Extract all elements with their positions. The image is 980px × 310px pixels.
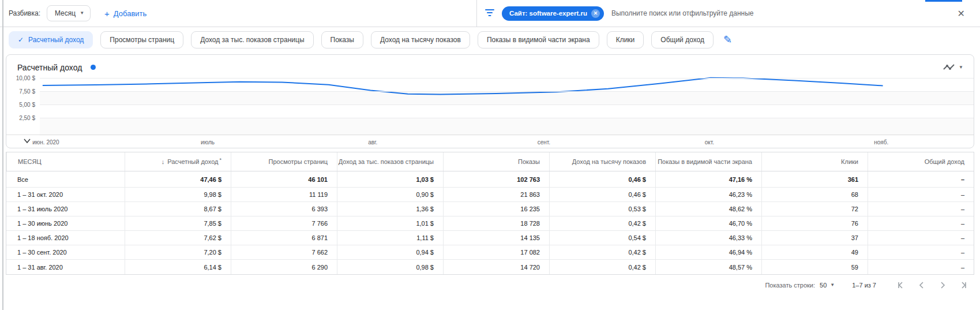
value-cell: 47,46 $ [125, 171, 231, 187]
column-header[interactable]: Доход на тысячу показов [549, 152, 655, 171]
chart-header: Расчетный доход ▼ [6, 55, 974, 72]
close-icon[interactable]: ✕ [958, 8, 965, 19]
metric-chip[interactable]: Общий доход [651, 31, 714, 48]
report-table: МЕСЯЦ↓Расчетный доход*Просмотры страницД… [6, 152, 974, 275]
check-icon: ✓ [18, 36, 24, 44]
column-header[interactable]: ↓Расчетный доход* [125, 152, 231, 171]
value-cell: – [868, 188, 974, 201]
metric-chip-label: Доход на тысячу показов [380, 36, 461, 44]
month-cell: 1 – 30 июнь 2020 [6, 216, 125, 230]
value-cell: 17 082 [443, 245, 549, 259]
y-axis-tick: 5,00 $ [6, 102, 35, 108]
search-input[interactable]: Выполните поиск или отфильтруйте данные [611, 9, 754, 17]
plus-icon: + [104, 9, 110, 18]
month-cell: 1 – 18 нояб. 2020 [6, 231, 125, 245]
table-header-row: МЕСЯЦ↓Расчетный доход*Просмотры страницД… [6, 152, 974, 171]
pagination-controls [897, 281, 967, 289]
table-total-row[interactable]: Все47,46 $46 1011,03 $102 7630,46 $47,16… [6, 171, 974, 188]
x-axis-tick: нояб. [874, 139, 888, 145]
edit-metrics-pencil-icon[interactable]: ✎ [723, 33, 732, 46]
collapse-chart-chevron-icon[interactable] [24, 138, 31, 144]
toolbar: Разбивка: Месяц ▼ + Добавить Сайт: softw… [0, 0, 980, 27]
column-header-label: Расчетный доход [167, 158, 218, 165]
y-axis-tick: 2,50 $ [6, 115, 35, 121]
value-cell: 0,90 $ [337, 188, 443, 201]
value-cell: 9,98 $ [125, 188, 231, 201]
footnote-asterisk: * [219, 157, 221, 163]
value-cell: 7 766 [231, 216, 337, 230]
metric-chip[interactable]: Клики [607, 31, 644, 48]
gridline [40, 78, 974, 79]
column-header[interactable]: Общий доход [868, 152, 974, 171]
add-label: Добавить [114, 9, 147, 18]
metric-chip[interactable]: Просмотры страниц [100, 31, 183, 48]
last-page-icon[interactable] [959, 281, 967, 289]
value-cell: – [868, 260, 974, 274]
first-page-icon[interactable] [897, 281, 905, 289]
metric-chip-label: Показы в видимой части экрана [487, 36, 590, 44]
remove-filter-icon[interactable]: ✕ [591, 9, 600, 18]
metric-chip-label: Клики [616, 36, 635, 44]
table-row[interactable]: 1 – 18 нояб. 20207,62 $6 8711,11 $14 135… [6, 231, 974, 245]
value-cell: 6 393 [231, 202, 337, 216]
value-cell: 11 119 [231, 188, 337, 201]
column-header-label: Просмотры страниц [269, 158, 328, 165]
metric-chip[interactable]: Показы [321, 31, 363, 48]
month-cell: 1 – 31 июль 2020 [6, 202, 125, 216]
x-axis-tick: сент. [538, 139, 550, 145]
value-cell: 37 [761, 231, 868, 245]
filter-bar[interactable]: Сайт: software-expert.ru ✕ Выполните пои… [476, 0, 980, 27]
column-header-label: Показы в видимой части экрана [658, 158, 752, 165]
value-cell: 14 720 [443, 260, 549, 274]
value-cell: 361 [761, 171, 868, 187]
legend-dot [91, 65, 96, 70]
value-cell: 0,54 $ [549, 231, 655, 245]
breakdown-label: Разбивка: [9, 9, 40, 17]
column-header[interactable]: Клики [761, 152, 868, 171]
chevron-down-icon: ▼ [80, 11, 84, 16]
metric-chip-label: Просмотры страниц [110, 36, 174, 44]
value-cell: 0,98 $ [337, 260, 443, 274]
rows-per-page-select[interactable]: Показать строки: 50 ▼ [765, 282, 835, 289]
table-row[interactable]: 1 – 30 сент. 20207,20 $7 6620,94 $17 082… [6, 245, 974, 260]
value-cell: – [868, 231, 974, 245]
value-cell: 6,14 $ [125, 260, 231, 274]
column-header[interactable]: Просмотры страниц [231, 152, 337, 171]
gridline [40, 118, 974, 118]
chevron-down-icon: ▼ [830, 283, 835, 287]
metric-chips-list: ✓Расчетный доходПросмотры страницДоход з… [9, 31, 714, 48]
value-cell: 102 763 [443, 171, 549, 187]
page-left-scroll-edge [2, 0, 3, 310]
metric-chip-label: Расчетный доход [28, 36, 84, 44]
breakdown-select[interactable]: Месяц ▼ [47, 5, 91, 21]
table-row[interactable]: 1 – 31 окт. 20209,98 $11 1190,90 $21 863… [6, 188, 974, 202]
metric-chip[interactable]: Доход на тысячу показов [371, 31, 470, 48]
site-filter-chip[interactable]: Сайт: software-expert.ru ✕ [502, 6, 604, 21]
table-row[interactable]: 1 – 31 июль 20208,67 $6 3931,36 $16 2350… [6, 202, 974, 216]
metric-chip[interactable]: ✓Расчетный доход [9, 31, 93, 48]
value-cell: 7,20 $ [125, 245, 231, 259]
next-page-icon[interactable] [938, 281, 947, 289]
value-cell: 0,42 $ [549, 216, 655, 230]
column-header[interactable]: Показы в видимой части экрана [655, 152, 761, 171]
previous-page-icon[interactable] [918, 281, 926, 289]
filter-icon [485, 9, 495, 17]
value-cell: 46 101 [231, 171, 337, 187]
chart-type-selector[interactable]: ▼ [943, 64, 963, 72]
column-header[interactable]: МЕСЯЦ [6, 152, 125, 171]
value-cell: 72 [761, 202, 868, 216]
x-axis-tick: авг. [368, 139, 377, 145]
metric-chip[interactable]: Показы в видимой части экрана [478, 31, 599, 48]
metric-chip[interactable]: Доход за тыс. показов страницы [191, 31, 313, 48]
table-row[interactable]: 1 – 30 июнь 20207,85 $7 7661,01 $18 7280… [6, 216, 974, 231]
breakdown-value: Месяц [55, 9, 76, 17]
table-row[interactable]: 1 – 31 авг. 20206,14 $6 2900,98 $14 7200… [6, 260, 974, 274]
value-cell: 16 235 [443, 202, 549, 216]
column-header[interactable]: Доход за тыс. показов страницы [337, 152, 443, 171]
value-cell: 46,70 % [655, 216, 761, 230]
add-breakdown-button[interactable]: + Добавить [104, 9, 147, 18]
value-cell: 0,94 $ [337, 245, 443, 259]
value-cell: – [868, 171, 974, 187]
value-cell: 1,01 $ [337, 216, 443, 230]
column-header[interactable]: Показы [443, 152, 549, 171]
